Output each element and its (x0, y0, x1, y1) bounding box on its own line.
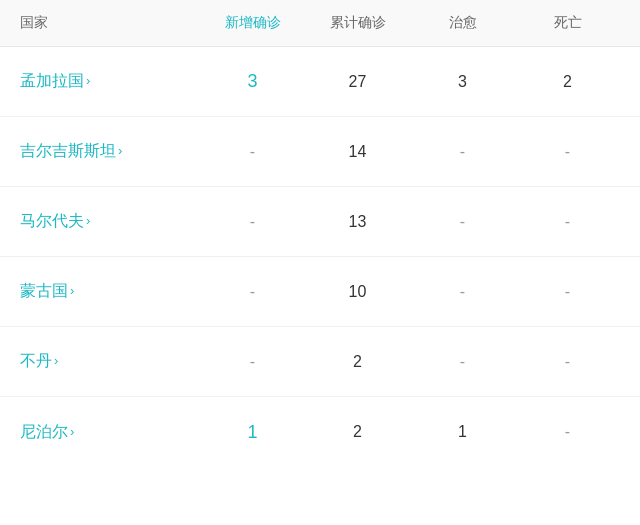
deaths-2: - (515, 213, 620, 231)
table-row[interactable]: 不丹 ›-2-- (0, 327, 640, 397)
table-row[interactable]: 尼泊尔 ›121- (0, 397, 640, 467)
new-confirmed-2: - (200, 213, 305, 231)
new-confirmed-3: - (200, 283, 305, 301)
recovered-0: 3 (410, 73, 515, 91)
deaths-4: - (515, 353, 620, 371)
deaths-1: - (515, 143, 620, 161)
deaths-0: 2 (515, 73, 620, 91)
total-confirmed-1: 14 (305, 143, 410, 161)
table-body: 孟加拉国 ›32732吉尔吉斯斯坦 ›-14--马尔代夫 ›-13--蒙古国 ›… (0, 47, 640, 467)
chevron-icon: › (118, 142, 122, 160)
header-deaths: 死亡 (515, 14, 620, 32)
country-label: 尼泊尔 (20, 421, 68, 443)
country-label: 孟加拉国 (20, 70, 84, 92)
recovered-3: - (410, 283, 515, 301)
new-confirmed-4: - (200, 353, 305, 371)
country-label: 吉尔吉斯斯坦 (20, 140, 116, 162)
chevron-icon: › (54, 352, 58, 370)
recovered-4: - (410, 353, 515, 371)
covid-table: 国家 新增确诊 累计确诊 治愈 死亡 孟加拉国 ›32732吉尔吉斯斯坦 ›-1… (0, 0, 640, 467)
total-confirmed-3: 10 (305, 283, 410, 301)
new-confirmed-5: 1 (200, 422, 305, 443)
table-row[interactable]: 吉尔吉斯斯坦 ›-14-- (0, 117, 640, 187)
country-name-5[interactable]: 尼泊尔 › (20, 421, 200, 443)
chevron-icon: › (86, 212, 90, 230)
deaths-5: - (515, 423, 620, 441)
country-label: 马尔代夫 (20, 210, 84, 232)
country-label: 不丹 (20, 350, 52, 372)
recovered-2: - (410, 213, 515, 231)
country-name-1[interactable]: 吉尔吉斯斯坦 › (20, 140, 200, 162)
total-confirmed-4: 2 (305, 353, 410, 371)
header-country: 国家 (20, 14, 200, 32)
total-confirmed-0: 27 (305, 73, 410, 91)
recovered-5: 1 (410, 423, 515, 441)
deaths-3: - (515, 283, 620, 301)
new-confirmed-1: - (200, 143, 305, 161)
country-name-2[interactable]: 马尔代夫 › (20, 210, 200, 232)
table-row[interactable]: 孟加拉国 ›32732 (0, 47, 640, 117)
header-total-confirmed: 累计确诊 (305, 14, 410, 32)
header-recovered: 治愈 (410, 14, 515, 32)
country-name-3[interactable]: 蒙古国 › (20, 280, 200, 302)
total-confirmed-2: 13 (305, 213, 410, 231)
table-row[interactable]: 马尔代夫 ›-13-- (0, 187, 640, 257)
header-new-confirmed: 新增确诊 (200, 14, 305, 32)
total-confirmed-5: 2 (305, 423, 410, 441)
table-header: 国家 新增确诊 累计确诊 治愈 死亡 (0, 0, 640, 47)
table-row[interactable]: 蒙古国 ›-10-- (0, 257, 640, 327)
chevron-icon: › (86, 72, 90, 90)
country-name-4[interactable]: 不丹 › (20, 350, 200, 372)
country-name-0[interactable]: 孟加拉国 › (20, 70, 200, 92)
chevron-icon: › (70, 423, 74, 441)
recovered-1: - (410, 143, 515, 161)
chevron-icon: › (70, 282, 74, 300)
new-confirmed-0: 3 (200, 71, 305, 92)
country-label: 蒙古国 (20, 280, 68, 302)
